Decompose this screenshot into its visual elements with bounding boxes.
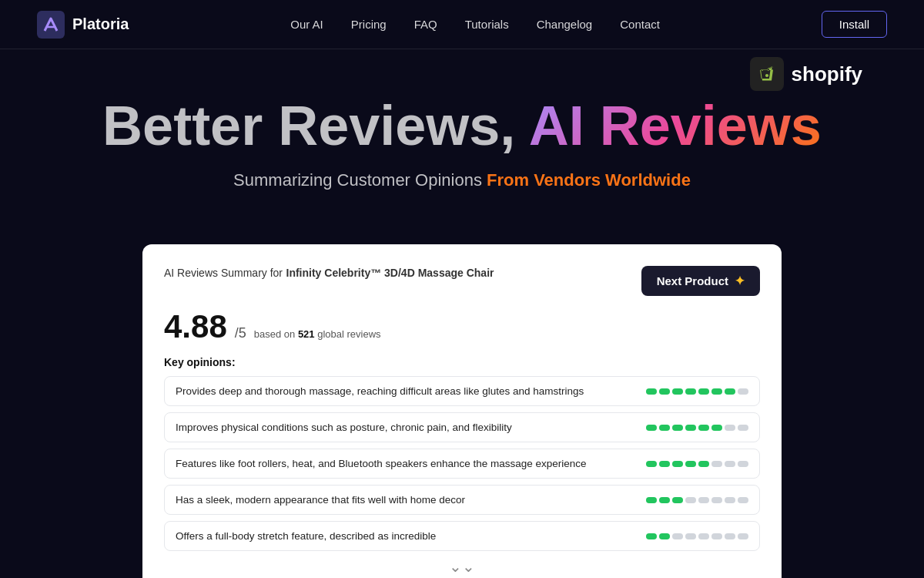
bar-segment <box>738 533 748 539</box>
card-title: AI Reviews Summary for Infinity Celebrit… <box>164 266 494 280</box>
bar-segment <box>685 425 696 431</box>
bar-segment <box>738 497 748 503</box>
bar-segment <box>672 533 683 539</box>
bar-segment <box>672 388 683 395</box>
review-count: 521 <box>298 328 315 340</box>
svg-rect-0 <box>37 11 65 39</box>
bar-segment <box>711 461 722 467</box>
logo-icon <box>37 11 65 39</box>
hero-section: shopify Better Reviews, AI Reviews Summa… <box>0 49 924 221</box>
bar-segment <box>711 533 722 539</box>
bar-segment <box>685 533 696 539</box>
logo-text: Platoria <box>72 15 129 33</box>
bar-segment <box>698 533 709 539</box>
logo[interactable]: Platoria <box>37 11 129 39</box>
opinion-row: Features like foot rollers, heat, and Bl… <box>164 449 760 479</box>
rating-denom: /5 <box>235 325 246 341</box>
hero-subtitle: Summarizing Customer Opinions From Vendo… <box>37 170 887 190</box>
expand-icon[interactable]: ⌄⌄ <box>164 557 760 576</box>
bar-segment <box>685 388 696 395</box>
bar-segment <box>659 425 670 431</box>
bar-segment <box>646 461 657 467</box>
bar-segment <box>725 425 735 431</box>
bar-segment <box>646 425 657 431</box>
bar-segment <box>672 425 683 431</box>
nav-link-faq[interactable]: FAQ <box>414 18 437 31</box>
bar-segment <box>738 461 748 467</box>
opinion-text: Improves physical conditions such as pos… <box>176 422 634 433</box>
bar-segment <box>659 388 670 395</box>
bar-segment <box>698 425 709 431</box>
review-card: AI Reviews Summary for Infinity Celebrit… <box>142 244 782 578</box>
bar-segment <box>711 425 722 431</box>
opinion-text: Has a sleek, modern appearance that fits… <box>176 494 634 506</box>
bar-segment <box>646 497 657 503</box>
sparkle-icon: ✦ <box>735 274 745 288</box>
hero-title-part2: AI Reviews <box>529 95 822 156</box>
navbar: Platoria Our AI Pricing FAQ Tutorials Ch… <box>0 0 924 49</box>
nav-link-our-ai[interactable]: Our AI <box>290 18 323 31</box>
bar-segment <box>672 461 683 467</box>
opinion-bar <box>646 461 748 467</box>
next-btn-label: Next Product <box>657 274 728 287</box>
shopify-badge: shopify <box>750 57 862 91</box>
bar-segment <box>659 497 670 503</box>
bar-segment <box>698 461 709 467</box>
nav-link-pricing[interactable]: Pricing <box>351 18 387 31</box>
bar-segment <box>698 388 709 395</box>
opinion-row: Offers a full-body stretch feature, desc… <box>164 521 760 551</box>
opinion-text: Offers a full-body stretch feature, desc… <box>176 530 634 542</box>
bar-segment <box>698 497 709 503</box>
nav-link-tutorials[interactable]: Tutorials <box>465 18 509 31</box>
hero-title-part1: Better Reviews, <box>102 95 515 156</box>
nav-link-changelog[interactable]: Changelog <box>537 18 593 31</box>
bar-segment <box>738 388 748 395</box>
bar-segment <box>711 497 722 503</box>
bar-segment <box>725 461 735 467</box>
hero-subtitle-accent: From Vendors Worldwide <box>487 170 691 190</box>
product-name: Infinity Celebrity™ 3D/4D Massage Chair <box>286 267 494 279</box>
opinion-row: Provides deep and thorough massage, reac… <box>164 376 760 406</box>
summary-label: AI Reviews Summary for <box>164 267 283 279</box>
bar-segment <box>685 461 696 467</box>
bar-segment <box>725 388 735 395</box>
shopify-label: shopify <box>792 62 862 86</box>
rating-based: based on 521 global reviews <box>254 328 381 340</box>
rating-row: 4.88 /5 based on 521 global reviews <box>164 308 760 345</box>
nav-links: Our AI Pricing FAQ Tutorials Changelog C… <box>290 18 660 31</box>
bar-segment <box>646 533 657 539</box>
key-opinions-label: Key opinions: <box>164 356 760 368</box>
opinion-row: Improves physical conditions such as pos… <box>164 412 760 442</box>
shopify-icon <box>750 57 784 91</box>
bar-segment <box>711 388 722 395</box>
opinion-text: Features like foot rollers, heat, and Bl… <box>176 458 634 469</box>
opinion-row: Has a sleek, modern appearance that fits… <box>164 485 760 515</box>
opinion-bar <box>646 533 748 539</box>
opinion-bar <box>646 388 748 395</box>
bar-segment <box>672 497 683 503</box>
bar-segment <box>738 425 748 431</box>
card-header: AI Reviews Summary for Infinity Celebrit… <box>164 266 760 296</box>
next-product-button[interactable]: Next Product ✦ <box>641 266 760 296</box>
bar-segment <box>659 461 670 467</box>
opinion-text: Provides deep and thorough massage, reac… <box>176 385 634 397</box>
opinion-bar <box>646 425 748 431</box>
hero-subtitle-part1: Summarizing Customer Opinions <box>233 170 482 190</box>
bar-segment <box>725 533 735 539</box>
opinion-bar <box>646 497 748 503</box>
hero-title: Better Reviews, AI Reviews <box>37 96 887 156</box>
bar-segment <box>725 497 735 503</box>
install-button[interactable]: Install <box>822 11 887 38</box>
bar-segment <box>685 497 696 503</box>
bar-segment <box>646 388 657 395</box>
opinions-list: Provides deep and thorough massage, reac… <box>164 376 760 551</box>
rating-value: 4.88 <box>164 308 227 345</box>
bar-segment <box>659 533 670 539</box>
nav-link-contact[interactable]: Contact <box>620 18 660 31</box>
